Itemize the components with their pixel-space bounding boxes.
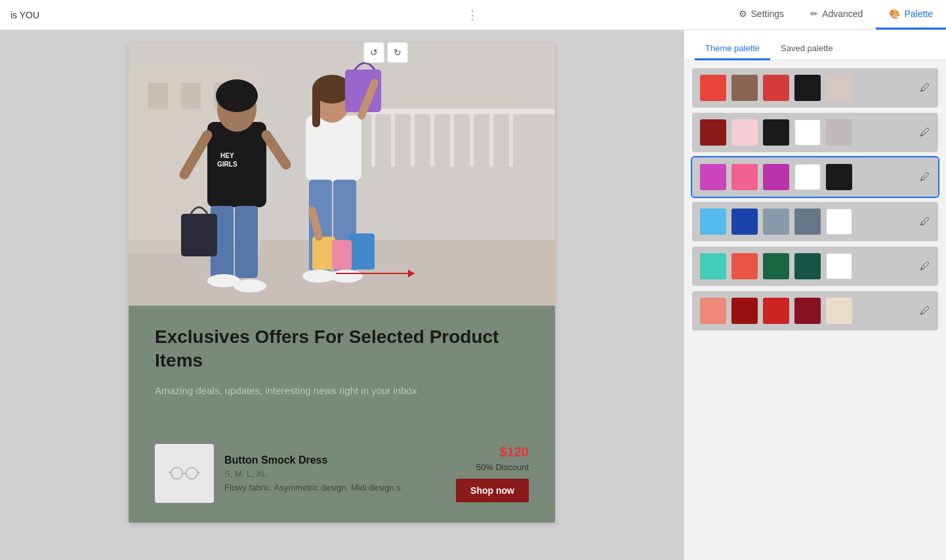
swatch-4-2 bbox=[731, 209, 758, 235]
palette-row-5[interactable]: 🖊 bbox=[692, 247, 938, 286]
top-bar: is YOU ⋮ ⚙ Settings ✏ Advanced 🎨 Palette bbox=[0, 0, 946, 30]
svg-rect-7 bbox=[450, 114, 454, 167]
palette-list: 🖊 🖊 🖊 bbox=[684, 60, 946, 560]
swatch-5-3 bbox=[763, 253, 789, 279]
svg-point-41 bbox=[171, 468, 183, 479]
svg-rect-4 bbox=[391, 114, 395, 167]
svg-rect-12 bbox=[148, 83, 168, 109]
palette-tab-theme[interactable]: Theme palette bbox=[695, 38, 770, 60]
settings-icon: ⚙ bbox=[739, 9, 747, 19]
email-card: HEY GIRLS bbox=[129, 43, 555, 523]
swatch-6-5 bbox=[826, 298, 852, 324]
swatch-4-5 bbox=[826, 209, 852, 235]
product-image-icon bbox=[168, 464, 201, 483]
email-subtext: Amazing deals, updates, interesting news… bbox=[155, 384, 529, 399]
product-thumbnail bbox=[155, 444, 214, 503]
svg-rect-30 bbox=[312, 88, 320, 127]
palette-edit-icon-1[interactable]: 🖊 bbox=[920, 82, 930, 94]
swatch-2-1 bbox=[700, 119, 726, 146]
svg-rect-19 bbox=[235, 206, 258, 278]
undo-button[interactable]: ↺ bbox=[363, 42, 384, 63]
product-price-area: $120 50% Discount Shop now bbox=[456, 445, 529, 502]
arrow-indicator bbox=[336, 273, 415, 274]
swatch-2-4 bbox=[794, 119, 821, 146]
swatch-2-5 bbox=[826, 119, 852, 146]
product-name: Button Smock Dress bbox=[224, 454, 445, 466]
product-discount: 50% Discount bbox=[456, 462, 529, 472]
swatch-2-3 bbox=[763, 119, 789, 146]
palette-edit-icon-2[interactable]: 🖊 bbox=[920, 127, 930, 138]
swatch-3-4 bbox=[794, 164, 821, 190]
swatch-5-2 bbox=[731, 253, 758, 279]
swatch-1-3 bbox=[763, 75, 789, 101]
swatch-5-4 bbox=[794, 253, 821, 279]
hero-image: HEY GIRLS bbox=[129, 43, 555, 306]
svg-point-40 bbox=[330, 270, 363, 283]
svg-rect-33 bbox=[348, 233, 375, 270]
palette-row-1[interactable]: 🖊 bbox=[692, 68, 938, 108]
swatch-6-2 bbox=[731, 298, 758, 324]
tab-advanced[interactable]: ✏ Advanced bbox=[797, 0, 876, 30]
email-content-section: Exclusives Offers For Selected Product I… bbox=[129, 306, 555, 431]
palette-edit-icon-3[interactable]: 🖊 bbox=[920, 171, 930, 183]
swatch-3-5 bbox=[826, 164, 852, 190]
canvas-area: ↺ ↻ bbox=[0, 30, 684, 560]
swatch-6-1 bbox=[700, 298, 726, 324]
product-card: Button Smock Dress S, M, L, XL Flowy fab… bbox=[155, 444, 529, 503]
swatch-5-5 bbox=[826, 253, 852, 279]
swatch-3-3 bbox=[763, 164, 789, 190]
undo-redo-toolbar: ↺ ↻ bbox=[363, 42, 408, 63]
svg-rect-34 bbox=[312, 237, 335, 270]
swatch-5-1 bbox=[700, 253, 726, 279]
svg-rect-2 bbox=[358, 109, 555, 114]
tab-palette[interactable]: 🎨 Palette bbox=[876, 0, 946, 30]
swatch-1-1 bbox=[700, 75, 726, 101]
product-description: Flowy fabric. Asymmetric design. Midi de… bbox=[224, 483, 445, 492]
advanced-icon: ✏ bbox=[810, 9, 818, 19]
top-bar-tabs: ⚙ Settings ✏ Advanced 🎨 Palette bbox=[726, 0, 946, 30]
svg-point-21 bbox=[216, 79, 258, 112]
svg-text:HEY: HEY bbox=[220, 152, 234, 159]
svg-rect-5 bbox=[411, 114, 415, 167]
svg-rect-35 bbox=[332, 240, 352, 270]
swatch-1-4 bbox=[794, 75, 821, 101]
swatch-4-3 bbox=[763, 209, 789, 235]
swatch-3-2 bbox=[731, 164, 758, 190]
svg-rect-3 bbox=[371, 114, 375, 167]
hero-illustration: HEY GIRLS bbox=[129, 43, 555, 306]
product-section: Button Smock Dress S, M, L, XL Flowy fab… bbox=[129, 431, 555, 523]
palette-edit-icon-6[interactable]: 🖊 bbox=[920, 305, 930, 317]
svg-point-38 bbox=[234, 279, 266, 292]
swatch-6-3 bbox=[763, 298, 789, 324]
palette-tab-saved[interactable]: Saved palette bbox=[770, 38, 844, 60]
swatch-4-4 bbox=[794, 209, 821, 235]
swatch-1-5 bbox=[826, 75, 852, 101]
right-panel: Theme palette Saved palette 🖊 bbox=[684, 30, 946, 560]
svg-rect-6 bbox=[430, 114, 434, 167]
shop-now-button[interactable]: Shop now bbox=[456, 479, 529, 502]
tab-settings[interactable]: ⚙ Settings bbox=[726, 0, 798, 30]
swatch-2-2 bbox=[731, 119, 758, 146]
palette-row-4[interactable]: 🖊 bbox=[692, 202, 938, 241]
svg-rect-8 bbox=[470, 114, 474, 167]
swatch-3-1 bbox=[700, 164, 726, 190]
email-headline: Exclusives Offers For Selected Product I… bbox=[155, 325, 529, 373]
brand-label: is YOU bbox=[10, 10, 39, 20]
palette-row-2[interactable]: 🖊 bbox=[692, 113, 938, 152]
palette-row-3[interactable]: 🖊 bbox=[692, 157, 938, 197]
svg-point-42 bbox=[186, 468, 198, 479]
dots-icon: ⋮ bbox=[466, 8, 480, 22]
palette-edit-icon-5[interactable]: 🖊 bbox=[920, 260, 930, 272]
swatch-1-2 bbox=[731, 75, 758, 101]
product-sizes: S, M, L, XL bbox=[224, 469, 445, 479]
svg-rect-9 bbox=[489, 114, 493, 167]
product-price: $120 bbox=[456, 445, 529, 460]
palette-subtabs: Theme palette Saved palette bbox=[684, 30, 946, 60]
swatch-4-1 bbox=[700, 209, 726, 235]
redo-button[interactable]: ↻ bbox=[387, 42, 408, 63]
palette-row-6[interactable]: 🖊 bbox=[692, 291, 938, 330]
svg-rect-13 bbox=[181, 83, 201, 109]
main-layout: ↺ ↻ bbox=[0, 30, 946, 560]
palette-edit-icon-4[interactable]: 🖊 bbox=[920, 216, 930, 228]
palette-icon: 🎨 bbox=[889, 9, 900, 19]
